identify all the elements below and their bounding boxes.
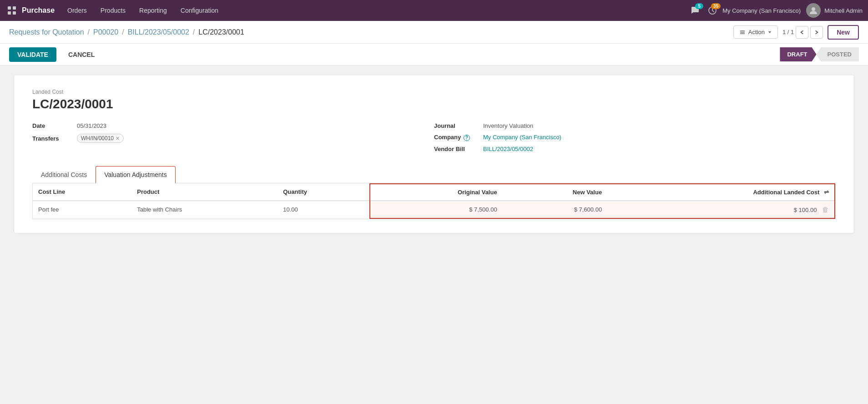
form-right: Journal Inventory Valuation Company ? My… bbox=[434, 122, 836, 152]
transfer-tag-label: WH/IN/00010 bbox=[81, 135, 114, 141]
breadcrumb-lc: LC/2023/0001 bbox=[198, 28, 244, 36]
vendor-bill-value[interactable]: BILL/2023/05/0002 bbox=[483, 146, 533, 152]
journal-label: Journal bbox=[434, 122, 479, 129]
td-cost-line: Port fee bbox=[33, 201, 131, 218]
breadcrumb-bill[interactable]: BILL/2023/05/0002 bbox=[128, 28, 189, 36]
menu-item-orders[interactable]: Orders bbox=[61, 4, 93, 17]
user-menu[interactable]: Mitchell Admin bbox=[806, 3, 863, 18]
tab-valuation-adjustments[interactable]: Valuation Adjustments bbox=[96, 166, 176, 183]
transfers-row: Transfers WH/IN/00010 ✕ bbox=[32, 134, 434, 143]
valuation-table: Cost Line Product Quantity Original Valu… bbox=[33, 183, 835, 219]
delete-row-icon[interactable]: 🗑 bbox=[822, 206, 829, 213]
user-avatar bbox=[806, 3, 821, 18]
table-body: Port fee Table with Chairs 10.00 $ 7,500… bbox=[33, 201, 835, 218]
action-button[interactable]: Action bbox=[733, 25, 778, 39]
chat-badge: 5 bbox=[695, 3, 703, 9]
vendor-bill-row: Vendor Bill BILL/2023/05/0002 bbox=[434, 146, 836, 152]
grid-menu-icon[interactable] bbox=[5, 4, 18, 17]
th-additional-landed-cost: Additional Landed Cost ⇌ bbox=[607, 184, 835, 201]
date-value: 05/31/2023 bbox=[77, 122, 106, 129]
chat-button[interactable]: 5 bbox=[691, 6, 700, 15]
menu-item-configuration[interactable]: Configuration bbox=[174, 4, 225, 17]
date-label: Date bbox=[32, 122, 73, 129]
journal-row: Journal Inventory Valuation bbox=[434, 122, 836, 129]
form-left: Date 05/31/2023 Transfers WH/IN/00010 ✕ bbox=[32, 122, 434, 152]
th-quantity: Quantity bbox=[278, 184, 370, 201]
td-original-value: $ 7,500.00 bbox=[370, 201, 503, 218]
svg-rect-2 bbox=[8, 11, 11, 15]
top-navigation: Purchase Orders Products Reporting Confi… bbox=[0, 0, 868, 21]
new-button[interactable]: New bbox=[828, 25, 859, 40]
svg-point-5 bbox=[812, 7, 815, 11]
action-bar-left: VALIDATE CANCEL bbox=[9, 47, 102, 62]
pager-text: 1 / 1 bbox=[782, 29, 794, 35]
th-product: Product bbox=[131, 184, 278, 201]
company-name[interactable]: My Company (San Francisco) bbox=[722, 7, 801, 14]
company-label: Company ? bbox=[434, 134, 479, 141]
th-cost-line: Cost Line bbox=[33, 184, 131, 201]
th-original-value: Original Value bbox=[370, 184, 503, 201]
breadcrumb-bar: Requests for Quotation / P00020 / BILL/2… bbox=[0, 21, 868, 44]
clock-button[interactable]: 35 bbox=[708, 6, 717, 15]
transfer-tag: WH/IN/00010 ✕ bbox=[77, 134, 124, 143]
tab-additional-costs[interactable]: Additional Costs bbox=[32, 166, 96, 183]
company-row: Company ? My Company (San Francisco) bbox=[434, 134, 836, 141]
form-subtitle: Landed Cost bbox=[32, 89, 836, 95]
breadcrumb-rfq[interactable]: Requests for Quotation bbox=[9, 28, 84, 36]
form-card: Landed Cost LC/2023/0001 Date 05/31/2023… bbox=[14, 75, 854, 233]
status-draft: DRAFT bbox=[780, 47, 816, 61]
td-quantity: 10.00 bbox=[278, 201, 370, 218]
menu-item-reporting[interactable]: Reporting bbox=[133, 4, 173, 17]
breadcrumb-actions: Action 1 / 1 New bbox=[733, 25, 859, 40]
transfers-label: Transfers bbox=[32, 135, 73, 142]
menu-item-products[interactable]: Products bbox=[94, 4, 132, 17]
company-value[interactable]: My Company (San Francisco) bbox=[483, 134, 561, 141]
pager-prev[interactable] bbox=[796, 26, 808, 39]
td-product: Table with Chairs bbox=[131, 201, 278, 218]
main-content: Landed Cost LC/2023/0001 Date 05/31/2023… bbox=[0, 66, 868, 404]
svg-rect-0 bbox=[8, 6, 11, 10]
clock-badge: 35 bbox=[711, 3, 721, 9]
breadcrumb: Requests for Quotation / P00020 / BILL/2… bbox=[9, 28, 244, 36]
company-help-icon[interactable]: ? bbox=[464, 135, 470, 141]
td-new-value: $ 7,600.00 bbox=[503, 201, 607, 218]
validate-button[interactable]: VALIDATE bbox=[9, 47, 56, 62]
app-brand[interactable]: Purchase bbox=[22, 6, 55, 15]
breadcrumb-p00020[interactable]: P00020 bbox=[93, 28, 118, 36]
date-row: Date 05/31/2023 bbox=[32, 122, 434, 129]
transfer-tag-remove[interactable]: ✕ bbox=[116, 136, 120, 141]
user-name: Mitchell Admin bbox=[824, 7, 863, 14]
th-new-value: New Value bbox=[503, 184, 607, 201]
top-menu: Orders Products Reporting Configuration bbox=[61, 4, 689, 17]
breadcrumb-sep-1: / bbox=[88, 28, 90, 36]
svg-rect-1 bbox=[13, 6, 16, 10]
form-title: LC/2023/0001 bbox=[32, 97, 836, 111]
action-button-label: Action bbox=[748, 29, 765, 35]
table-header: Cost Line Product Quantity Original Valu… bbox=[33, 184, 835, 201]
adjust-icon[interactable]: ⇌ bbox=[824, 189, 829, 196]
table-wrapper: Cost Line Product Quantity Original Valu… bbox=[32, 183, 836, 219]
cancel-button[interactable]: CANCEL bbox=[61, 47, 102, 62]
journal-value: Inventory Valuation bbox=[483, 122, 533, 129]
form-fields: Date 05/31/2023 Transfers WH/IN/00010 ✕ … bbox=[32, 122, 836, 152]
breadcrumb-sep-3: / bbox=[193, 28, 195, 36]
td-additional-landed-cost: $ 100.00 🗑 bbox=[607, 201, 835, 218]
breadcrumb-sep-2: / bbox=[122, 28, 124, 36]
status-posted[interactable]: POSTED bbox=[817, 47, 859, 61]
vendor-bill-label: Vendor Bill bbox=[434, 146, 479, 152]
action-bar: VALIDATE CANCEL DRAFT POSTED bbox=[0, 44, 868, 66]
status-area: DRAFT POSTED bbox=[780, 47, 859, 61]
pager-next[interactable] bbox=[810, 26, 823, 39]
svg-rect-3 bbox=[13, 11, 16, 15]
tabs-bar: Additional Costs Valuation Adjustments bbox=[32, 166, 836, 183]
table-row: Port fee Table with Chairs 10.00 $ 7,500… bbox=[33, 201, 835, 218]
pager: 1 / 1 bbox=[782, 26, 823, 39]
topnav-right: 5 35 My Company (San Francisco) Mitchell… bbox=[691, 3, 863, 18]
